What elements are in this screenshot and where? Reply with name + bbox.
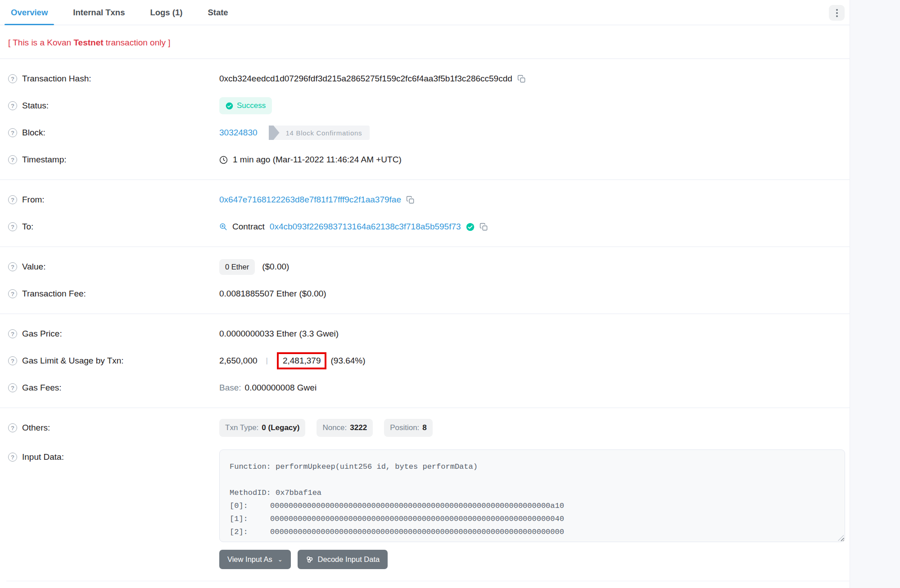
row-gas-fees: ? Gas Fees: Base: 0.000000008 Gwei bbox=[8, 374, 841, 401]
position-badge: Position: 8 bbox=[384, 419, 433, 437]
from-label-group: ? From: bbox=[8, 195, 219, 205]
view-input-as-label: View Input As bbox=[227, 555, 272, 564]
help-icon[interactable]: ? bbox=[8, 155, 17, 164]
nonce-value: 3222 bbox=[350, 423, 367, 432]
txn-type-label: Txn Type: bbox=[225, 423, 258, 432]
row-from: ? From: 0x647e7168122263d8e7f81f17fff9c2… bbox=[8, 186, 841, 213]
verified-check-icon bbox=[466, 223, 475, 231]
to-label: To: bbox=[22, 222, 33, 232]
testnet-notice-bold: Testnet bbox=[73, 38, 103, 47]
copy-icon[interactable] bbox=[406, 196, 415, 204]
bottom-divider bbox=[6, 581, 850, 581]
help-icon[interactable]: ? bbox=[8, 101, 17, 110]
tab-logs[interactable]: Logs (1) bbox=[149, 0, 183, 25]
block-label-group: ? Block: bbox=[8, 128, 219, 138]
input-data-box[interactable]: Function: performUpkeep(uint256 id, byte… bbox=[219, 449, 845, 542]
from-address-link[interactable]: 0x647e7168122263d8e7f81f17fff9c2f1aa379f… bbox=[219, 195, 401, 205]
row-transaction-fee: ? Transaction Fee: 0.0081885507 Ether ($… bbox=[8, 280, 841, 307]
gas-used-value: 2,481,379 bbox=[283, 356, 321, 365]
row-gas-price: ? Gas Price: 0.0000000033 Ether (3.3 Gwe… bbox=[8, 320, 841, 347]
fee-label-group: ? Transaction Fee: bbox=[8, 289, 219, 299]
kebab-icon bbox=[836, 9, 838, 11]
position-value: 8 bbox=[422, 423, 426, 432]
section-value-fee: ? Value: 0 Ether ($0.00) ? Transaction F… bbox=[0, 247, 850, 314]
block-number-link[interactable]: 30324830 bbox=[219, 128, 258, 138]
copy-icon[interactable] bbox=[479, 223, 488, 231]
help-icon[interactable]: ? bbox=[8, 453, 17, 462]
help-icon[interactable]: ? bbox=[8, 383, 17, 392]
transaction-fee-label: Transaction Fee: bbox=[22, 289, 86, 299]
to-contract-prefix: Contract bbox=[232, 222, 265, 232]
txn-type-value: 0 (Legacy) bbox=[262, 423, 299, 432]
tab-bar: Overview Internal Txns Logs (1) State bbox=[0, 0, 850, 25]
gas-fees-label: Gas Fees: bbox=[22, 383, 62, 393]
help-icon[interactable]: ? bbox=[8, 222, 17, 231]
input-data-row: [1]: 00000000000000000000000000000000000… bbox=[230, 512, 835, 525]
input-row-index: [1]: bbox=[230, 512, 270, 525]
row-others: ? Others: Txn Type: 0 (Legacy) Nonce: 32… bbox=[8, 414, 841, 441]
section-addresses: ? From: 0x647e7168122263d8e7f81f17fff9c2… bbox=[0, 180, 850, 247]
input-row-value: 0000000000000000000000000000000000000000… bbox=[270, 512, 564, 525]
nonce-label: Nonce: bbox=[322, 423, 347, 432]
zoom-in-icon[interactable] bbox=[219, 223, 227, 231]
gas-limit-value: 2,650,000 bbox=[219, 356, 258, 366]
testnet-notice: [ This is a Kovan Testnet transaction on… bbox=[0, 25, 850, 58]
transaction-detail-card: Overview Internal Txns Logs (1) State [ … bbox=[0, 0, 850, 588]
row-timestamp: ? Timestamp: 1 min ago (Mar-11-2022 11:4… bbox=[8, 146, 841, 173]
section-others-input: ? Others: Txn Type: 0 (Legacy) Nonce: 32… bbox=[0, 408, 850, 581]
input-data-label-group: ? Input Data: bbox=[8, 449, 219, 462]
row-gas-limit-usage: ? Gas Limit & Usage by Txn: 2,650,000 | … bbox=[8, 347, 841, 374]
to-address-link[interactable]: 0x4cb093f226983713164a62138c3f718a5b595f… bbox=[270, 222, 461, 232]
copy-icon[interactable] bbox=[517, 75, 526, 83]
check-circle-icon bbox=[226, 102, 233, 110]
gas-used-percent: (93.64%) bbox=[330, 356, 365, 366]
transaction-fee-value: 0.0081885507 Ether ($0.00) bbox=[219, 289, 326, 299]
input-data-row: [2]: 00000000000000000000000000000000000… bbox=[230, 525, 835, 539]
section-gas: ? Gas Price: 0.0000000033 Ether (3.3 Gwe… bbox=[0, 314, 850, 408]
from-label: From: bbox=[22, 195, 45, 205]
row-block: ? Block: 30324830 14 Block Confirmations bbox=[8, 119, 841, 146]
more-options-button[interactable] bbox=[829, 5, 845, 21]
testnet-notice-part1: [ This is a Kovan bbox=[8, 38, 73, 47]
decode-input-data-button[interactable]: Decode Input Data bbox=[298, 550, 388, 569]
gas-base-label: Base: bbox=[219, 383, 241, 393]
chevron-down-icon: ⌄ bbox=[278, 556, 283, 563]
gas-price-label: Gas Price: bbox=[22, 329, 62, 339]
help-icon[interactable]: ? bbox=[8, 195, 17, 204]
ether-value-badge: 0 Ether bbox=[219, 259, 255, 275]
tab-state[interactable]: State bbox=[207, 0, 229, 25]
help-icon[interactable]: ? bbox=[8, 289, 17, 298]
help-icon[interactable]: ? bbox=[8, 356, 17, 365]
input-row-index: [2]: bbox=[230, 525, 270, 539]
row-value: ? Value: 0 Ether ($0.00) bbox=[8, 253, 841, 280]
decode-icon bbox=[306, 556, 313, 563]
input-function-line: Function: performUpkeep(uint256 id, byte… bbox=[230, 460, 835, 473]
decode-input-data-label: Decode Input Data bbox=[318, 555, 380, 564]
view-input-as-button[interactable]: View Input As ⌄ bbox=[219, 550, 291, 569]
block-label: Block: bbox=[22, 128, 45, 138]
others-label: Others: bbox=[22, 423, 50, 433]
gas-base-value: 0.000000008 Gwei bbox=[245, 383, 317, 393]
others-label-group: ? Others: bbox=[8, 423, 219, 433]
help-icon[interactable]: ? bbox=[8, 128, 17, 137]
help-icon[interactable]: ? bbox=[8, 74, 17, 83]
gas-price-value: 0.0000000033 Ether (3.3 Gwei) bbox=[219, 329, 339, 339]
timestamp-value: 1 min ago (Mar-11-2022 11:46:24 AM +UTC) bbox=[233, 155, 402, 165]
status-badge: Success bbox=[219, 97, 272, 114]
help-icon[interactable]: ? bbox=[8, 329, 17, 338]
testnet-notice-part2: transaction only ] bbox=[104, 38, 171, 47]
row-to: ? To: Contract 0x4cb093f226983713164a621… bbox=[8, 213, 841, 240]
input-row-value: 0000000000000000000000000000000000000000… bbox=[270, 525, 564, 539]
position-label: Position: bbox=[390, 423, 419, 432]
to-label-group: ? To: bbox=[8, 222, 219, 232]
transaction-hash-value: 0xcb324eedcd1d07296fdf3d215a2865275f159c… bbox=[219, 74, 512, 84]
help-icon[interactable]: ? bbox=[8, 262, 17, 271]
gas-limit-label: Gas Limit & Usage by Txn: bbox=[22, 356, 124, 366]
input-row-value: 0000000000000000000000000000000000000000… bbox=[270, 499, 564, 512]
help-icon[interactable]: ? bbox=[8, 423, 17, 432]
tab-internal-txns[interactable]: Internal Txns bbox=[72, 0, 126, 25]
transaction-hash-label: Transaction Hash: bbox=[22, 74, 91, 84]
input-data-row: [0]: 00000000000000000000000000000000000… bbox=[230, 499, 835, 512]
tab-overview[interactable]: Overview bbox=[10, 0, 49, 25]
row-input-data: ? Input Data: Function: performUpkeep(ui… bbox=[8, 449, 841, 569]
